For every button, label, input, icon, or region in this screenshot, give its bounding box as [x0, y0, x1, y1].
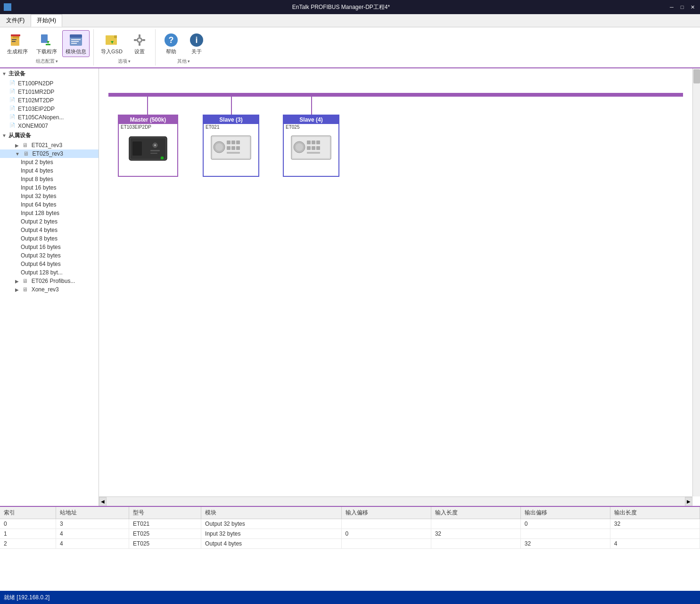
generate-icon: [10, 33, 25, 48]
svg-rect-12: [71, 43, 77, 44]
doc-icon-et100: 📄: [9, 80, 16, 87]
minimize-button[interactable]: ─: [668, 3, 675, 11]
settings-label: 设置: [134, 49, 145, 55]
sidebar-item-output8[interactable]: Output 8 bytes: [0, 234, 99, 243]
about-btn[interactable]: i 关于: [185, 30, 208, 57]
sidebar-item-input2[interactable]: Input 2 bytes: [0, 158, 99, 166]
import-gsd-btn[interactable]: 导入GSD: [98, 30, 126, 57]
svg-point-32: [154, 144, 156, 146]
et025-chevron: ▼: [15, 151, 20, 157]
row2-output-len: 4: [610, 539, 700, 549]
svg-point-19: [138, 39, 141, 41]
col-index: 索引: [0, 507, 56, 519]
svg-rect-53: [316, 141, 320, 144]
sidebar-item-input16[interactable]: Input 16 bytes: [0, 183, 99, 192]
row1-module: Input 32 bytes: [201, 529, 342, 539]
svg-rect-21: [139, 43, 140, 46]
h-scroll-left[interactable]: ◀: [99, 497, 107, 506]
module-info-btn[interactable]: 模块信息: [62, 30, 90, 57]
row0-index: 0: [0, 519, 56, 529]
svg-rect-56: [316, 146, 320, 150]
sidebar-item-output64[interactable]: Output 64 bytes: [0, 260, 99, 268]
sidebar-item-output4[interactable]: Output 4 bytes: [0, 226, 99, 234]
et026-chevron: ▶: [15, 279, 19, 284]
sidebar-item-et026[interactable]: ▶ 🖥 ET026 Profibus...: [0, 277, 99, 285]
row2-input-len: [431, 539, 520, 549]
sidebar-item-et103[interactable]: 📄 ET103EIP2DP: [0, 105, 99, 113]
close-button[interactable]: ✕: [689, 3, 696, 11]
sidebar-item-input8[interactable]: Input 8 bytes: [0, 175, 99, 183]
slave3-device-box[interactable]: Slave (3) ET021: [203, 115, 259, 177]
status-bar: 就绪 [192.168.0.2]: [0, 591, 700, 604]
row2-input-offset: [341, 539, 431, 549]
sidebar-item-et021[interactable]: ▶ 🖥 ET021_rev3: [0, 141, 99, 149]
sidebar-item-et102[interactable]: 📄 ET102MT2DP: [0, 96, 99, 105]
sidebar-item-input4[interactable]: Input 4 bytes: [0, 166, 99, 175]
settings-icon: [132, 33, 147, 48]
menu-file[interactable]: 文件(F): [0, 14, 31, 27]
generate-btn[interactable]: 生成程序: [4, 30, 31, 57]
sidebar-item-input128[interactable]: Input 128 bytes: [0, 209, 99, 217]
about-icon: i: [189, 33, 204, 48]
menu-start[interactable]: 开始(H): [31, 14, 62, 27]
ribbon: 生成程序 下载程序: [0, 27, 700, 68]
window-controls: ─ □ ✕: [668, 3, 696, 11]
menu-bar: 文件(F) 开始(H): [0, 14, 700, 27]
bus-line: [108, 93, 683, 97]
sidebar-item-xonem007[interactable]: 📄 XONEM007: [0, 122, 99, 130]
v-scrollbar-thumb[interactable]: [693, 69, 700, 83]
et026-label: ET026 Profibus...: [32, 278, 75, 284]
sidebar-item-output16[interactable]: Output 16 bytes: [0, 243, 99, 251]
generate-label: 生成程序: [7, 49, 28, 55]
row2-station: 4: [56, 539, 129, 549]
download-btn[interactable]: 下载程序: [33, 30, 60, 57]
svg-rect-51: [307, 141, 311, 144]
slave-devices-header[interactable]: ▼ 从属设备: [0, 130, 99, 141]
et101-label: ET101MR2DP: [18, 89, 54, 95]
et025-device-icon: 🖥: [23, 150, 29, 157]
slave3-svg: [210, 132, 252, 163]
slave-devices-chevron: ▼: [2, 133, 7, 138]
slave-devices-list: ▶ 🖥 ET021_rev3 ▼ 🖥 ET025_rev3 Input 2 by…: [0, 141, 99, 294]
h-scrollbar[interactable]: ◀ ▶: [99, 496, 692, 506]
row1-index: 1: [0, 529, 56, 539]
sidebar-item-input64[interactable]: Input 64 bytes: [0, 200, 99, 209]
sidebar-item-output128[interactable]: Output 128 byt...: [0, 268, 99, 277]
svg-rect-9: [70, 34, 82, 38]
svg-rect-52: [312, 141, 315, 144]
doc-icon-et105: 📄: [9, 114, 16, 121]
table-row[interactable]: 0 3 ET021 Output 32 bytes 0 32: [0, 519, 700, 529]
svg-rect-10: [71, 39, 81, 40]
help-btn[interactable]: ? 帮助: [159, 30, 183, 57]
master-device-box[interactable]: Master (500k) ET103EIP2DP: [118, 115, 178, 177]
sidebar-item-xone[interactable]: ▶ 🖥 Xone_rev3: [0, 285, 99, 294]
master-title: Master (500k): [119, 116, 177, 124]
row1-output-offset: [520, 529, 610, 539]
v-scrollbar[interactable]: [692, 68, 700, 496]
row0-output-len: 32: [610, 519, 700, 529]
slave4-connector: [311, 93, 312, 116]
svg-rect-13: [106, 35, 114, 45]
master-svg: [127, 132, 169, 165]
table-row[interactable]: 2 4 ET025 Output 4 bytes 32 4: [0, 539, 700, 549]
maximize-button[interactable]: □: [678, 3, 686, 11]
sidebar-item-output32[interactable]: Output 32 bytes: [0, 251, 99, 260]
table-row[interactable]: 1 4 ET025 Input 32 bytes 0 32: [0, 529, 700, 539]
et021-device-icon: 🖥: [22, 142, 28, 149]
table-header-row: 索引 站地址 型号 模块 输入偏移 输入长度 输出偏移 输出长度: [0, 507, 700, 519]
master-connector: [147, 93, 148, 116]
sidebar-item-et105[interactable]: 📄 ET105CANopen...: [0, 113, 99, 122]
window-title: EnTalk PROFIBUS Manager-DP工程4*: [14, 3, 668, 11]
sidebar-item-output2[interactable]: Output 2 bytes: [0, 217, 99, 226]
main-devices-header[interactable]: ▼ 主设备: [0, 68, 99, 79]
ribbon-group-options-label: 选项 ▾: [118, 58, 131, 65]
sidebar-item-et101[interactable]: 📄 ET101MR2DP: [0, 88, 99, 96]
sidebar-item-et025[interactable]: ▼ 🖥 ET025_rev3: [0, 149, 99, 158]
settings-btn[interactable]: 设置: [128, 30, 151, 57]
slave4-device-box[interactable]: Slave (4) ET025: [283, 115, 339, 177]
canvas-area: ◀ ▶ Master (500k) ET103EIP2DP: [99, 68, 700, 506]
h-scroll-right[interactable]: ▶: [685, 497, 692, 506]
sidebar-item-et100[interactable]: 📄 ET100PN2DP: [0, 79, 99, 88]
xonem007-label: XONEM007: [18, 123, 48, 129]
sidebar-item-input32[interactable]: Input 32 bytes: [0, 192, 99, 200]
